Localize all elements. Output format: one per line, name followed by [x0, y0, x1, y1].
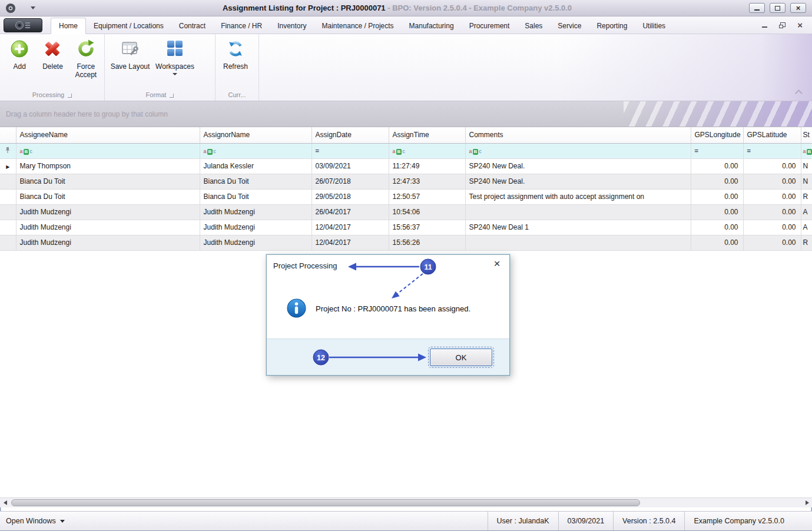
save-layout-button[interactable]: Save Layout [110, 36, 151, 71]
table-row[interactable]: Bianca Du ToitBianca Du Toit29/05/201812… [0, 189, 812, 204]
maximize-button[interactable] [770, 3, 786, 13]
mdi-minimize-icon[interactable] [762, 26, 767, 28]
equals-filter-icon: = [747, 147, 751, 154]
cell-assigndate: 29/05/2018 [311, 189, 389, 204]
cell-assigndate: 26/04/2017 [311, 204, 389, 220]
table-row[interactable]: Judith MudzengiJudith Mudzengi12/04/2017… [0, 220, 812, 235]
filter-cell-comments[interactable]: aBc [465, 143, 691, 158]
group-by-panel[interactable]: Drag a column header here to group by th… [0, 101, 812, 127]
tab-maintenance-projects[interactable]: Maintenance / Projects [314, 18, 402, 34]
maximize-icon [775, 6, 780, 11]
delete-button[interactable]: Delete [38, 36, 67, 71]
cell-comments: SP240 New Deal. [465, 174, 691, 189]
open-windows-dropdown[interactable]: Open Windows [6, 517, 65, 525]
row-selector [0, 235, 16, 250]
table-row[interactable]: Judith MudzengiJudith Mudzengi26/04/2017… [0, 204, 812, 220]
group-launcher-icon[interactable] [68, 94, 72, 98]
tab-equipment-locations[interactable]: Equipment / Locations [86, 18, 171, 34]
mdi-close-icon[interactable]: × [797, 21, 803, 29]
filter-cell-assigndate[interactable]: = [311, 143, 389, 158]
row-indicator-header [0, 127, 16, 143]
filter-cell-assigneename[interactable]: aBc [16, 143, 200, 158]
ribbon-tab-bar: HomeEquipment / LocationsContractFinance… [0, 16, 812, 34]
window-title-suffix: - BPO: Version 2.5.0.4 - Example Company… [386, 4, 572, 12]
tab-finance-hr[interactable]: Finance / HR [213, 18, 270, 34]
scroll-left-arrow-icon[interactable] [0, 500, 10, 505]
cell-gpslatitude: 0.00 [743, 158, 801, 174]
tab-sales[interactable]: Sales [517, 18, 550, 34]
table-row[interactable]: Bianca Du ToitBianca Du Toit26/07/201812… [0, 174, 812, 189]
ok-button[interactable]: OK [430, 349, 492, 366]
add-button[interactable]: Add [5, 36, 34, 71]
application-menu-button[interactable] [4, 18, 42, 32]
cell-gpslongitude: 0.00 [691, 158, 743, 174]
filter-cell-gpslongitude[interactable]: = [691, 143, 743, 158]
scrollbar-thumb[interactable] [11, 499, 640, 506]
status-version: Version : 2.5.0.4 [613, 512, 684, 530]
filter-cell-st[interactable]: aBc [801, 143, 812, 158]
window-controls: × [749, 3, 806, 13]
cell-assignorname: Bianca Du Toit [200, 174, 311, 189]
cell-assignorname: Julanda Kessler [200, 158, 311, 174]
tab-home[interactable]: Home [51, 18, 86, 34]
column-header-assigndate[interactable]: AssignDate [311, 127, 389, 143]
tab-inventory[interactable]: Inventory [270, 18, 314, 34]
equals-filter-icon: = [695, 147, 698, 154]
group-by-panel-text: Drag a column header here to group by th… [6, 110, 168, 118]
cell-comments: Test project assignment with auto accept… [465, 189, 691, 204]
column-header-gpslongitude[interactable]: GPSLongitude [691, 127, 743, 143]
ribbon-tab-strip: HomeEquipment / LocationsContractFinance… [51, 16, 673, 34]
open-windows-label: Open Windows [6, 517, 56, 525]
ribbon-group-processing: Add Delete Force Accept [0, 34, 105, 101]
column-header-st[interactable]: St [801, 127, 812, 143]
tab-procurement[interactable]: Procurement [462, 18, 518, 34]
window-title: Assignment Listing for Project : PRJ0000… [59, 0, 735, 16]
column-header-comments[interactable]: Comments [465, 127, 691, 143]
cell-gpslongitude: 0.00 [691, 189, 743, 204]
refresh-button[interactable]: Refresh [220, 36, 251, 71]
cell-assigneename: Judith Mudzengi [16, 235, 200, 250]
dialog-footer: OK [267, 338, 509, 375]
horizontal-scrollbar[interactable] [0, 497, 812, 507]
mdi-restore-icon[interactable] [779, 22, 786, 28]
column-header-assigntime[interactable]: AssignTime [389, 127, 465, 143]
header-row: AssigneeNameAssignorNameAssignDateAssign… [0, 127, 812, 143]
table-row[interactable]: ▶Mary ThompsonJulanda Kessler03/09/20211… [0, 158, 812, 174]
scrollbar-track[interactable] [10, 498, 802, 507]
table-row[interactable]: Judith MudzengiJudith Mudzengi12/04/2017… [0, 235, 812, 250]
close-button[interactable]: × [790, 3, 806, 13]
current-row-arrow-icon: ▶ [6, 164, 9, 170]
minimize-button[interactable] [749, 3, 765, 13]
tab-utilities[interactable]: Utilities [635, 18, 673, 34]
cell-assigneename: Judith Mudzengi [16, 204, 200, 220]
filter-cell-assignorname[interactable]: aBc [200, 143, 311, 158]
cell-assigntime: 12:47:33 [389, 174, 465, 189]
column-header-gpslatitude[interactable]: GPSLatitude [743, 127, 801, 143]
tab-contract[interactable]: Contract [171, 18, 213, 34]
auto-filter-row[interactable]: aBcaBc=aBcaBc==aBc [0, 143, 812, 158]
equals-filter-icon: = [316, 147, 319, 154]
filter-cell-assigntime[interactable]: aBc [389, 143, 465, 158]
dialog-close-icon[interactable]: × [490, 258, 503, 270]
mdi-window-controls: × [762, 16, 803, 34]
quick-access-caret-icon[interactable] [31, 6, 35, 12]
cell-st: N [801, 158, 812, 174]
abc-filter-icon: aBc [204, 149, 216, 155]
scroll-right-arrow-icon[interactable] [802, 500, 812, 505]
cell-assigndate: 12/04/2017 [311, 235, 389, 250]
cell-assigneename: Mary Thompson [16, 158, 200, 174]
column-header-assignorname[interactable]: AssignorName [200, 127, 311, 143]
app-icon [5, 2, 16, 16]
force-accept-button[interactable]: Force Accept [71, 36, 101, 79]
filter-row-pin-icon [0, 143, 16, 158]
tab-manufacturing[interactable]: Manufacturing [402, 18, 462, 34]
column-header-assigneename[interactable]: AssigneeName [16, 127, 200, 143]
row-selector [0, 174, 16, 189]
tab-service[interactable]: Service [550, 18, 589, 34]
filter-cell-gpslatitude[interactable]: = [743, 143, 801, 158]
workspaces-button[interactable]: Workspaces [154, 36, 195, 78]
group-launcher-icon[interactable] [170, 94, 174, 98]
cell-assignorname: Bianca Du Toit [200, 189, 311, 204]
tab-reporting[interactable]: Reporting [589, 18, 635, 34]
status-user: User : JulandaK [488, 512, 558, 530]
